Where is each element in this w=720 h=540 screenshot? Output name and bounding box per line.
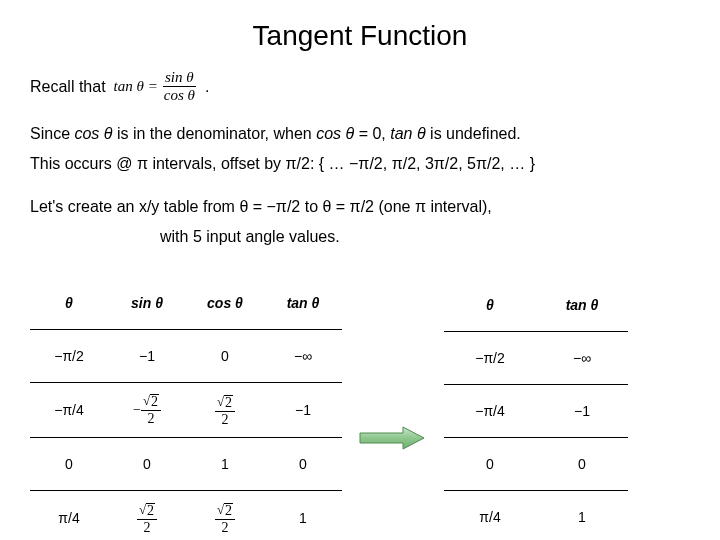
table-row: 0010 [30,438,342,491]
table-row: −π/4−1 [444,385,628,438]
create-line-1: Let's create an x/y table from θ = −π/2 … [30,196,690,218]
table-cell: −∞ [264,330,342,383]
table-cell: π/4 [30,491,108,540]
table-cell: 1 [186,438,264,491]
formula-num: sin θ [163,70,196,87]
sincos-table-header: cos θ [186,277,264,330]
paragraph-2: This occurs @ π intervals, offset by π/2… [30,153,690,175]
p1f: tan θ [390,125,425,142]
table-row: −π/4−√22√22−1 [30,383,342,438]
table-cell: −π/2 [30,330,108,383]
table-cell: −π/4 [30,383,108,438]
tan-table: θtan θ −π/2−∞−π/4−100π/41π/2∞ [444,279,628,540]
table-cell: 0 [108,438,186,491]
table-cell: 0 [186,330,264,383]
sincos-table-header: tan θ [264,277,342,330]
p1e: = 0, [354,125,390,142]
table-cell: π/4 [444,491,536,540]
table-row: −π/2−10−∞ [30,330,342,383]
table-cell: −1 [108,330,186,383]
p1b: cos θ [74,125,112,142]
tables-area: θsin θcos θtan θ −π/2−10−∞−π/4−√22√22−10… [30,277,690,540]
arrow-icon [358,423,428,453]
table-cell: 0 [30,438,108,491]
table-cell: 0 [264,438,342,491]
create-line-2: with 5 input angle values. [30,226,690,248]
paragraph-1: Since cos θ is in the denominator, when … [30,123,690,145]
table-cell: −π/4 [444,385,536,438]
table-cell: 1 [536,491,628,540]
p1c: is in the denominator, when [113,125,317,142]
tan-formula: tan θ = sin θ cos θ [114,70,197,103]
table-row: 00 [444,438,628,491]
recall-line: Recall that tan θ = sin θ cos θ . [30,70,690,103]
sincos-table-header: sin θ [108,277,186,330]
formula-lhs: tan θ = [114,78,158,95]
table-cell: −√22 [108,383,186,438]
table-cell: −π/2 [444,332,536,385]
tan-table-header: θ [444,279,536,332]
p1g: is undefined. [426,125,521,142]
p1a: Since [30,125,74,142]
table-cell: −1 [536,385,628,438]
formula-period: . [205,78,209,96]
table-row: π/4√22√221 [30,491,342,540]
table-cell: √22 [186,383,264,438]
table-cell: 0 [444,438,536,491]
tan-table-header: tan θ [536,279,628,332]
formula-den: cos θ [162,87,197,103]
table-cell: √22 [108,491,186,540]
sincos-table-header: θ [30,277,108,330]
table-cell: −∞ [536,332,628,385]
sincos-table: θsin θcos θtan θ −π/2−10−∞−π/4−√22√22−10… [30,277,342,540]
table-cell: −1 [264,383,342,438]
p1d: cos θ [316,125,354,142]
table-row: −π/2−∞ [444,332,628,385]
table-cell: √22 [186,491,264,540]
page-title: Tangent Function [30,20,690,52]
table-cell: 1 [264,491,342,540]
recall-prefix: Recall that [30,78,106,96]
table-row: π/41 [444,491,628,540]
formula-fraction: sin θ cos θ [162,70,197,103]
table-cell: 0 [536,438,628,491]
